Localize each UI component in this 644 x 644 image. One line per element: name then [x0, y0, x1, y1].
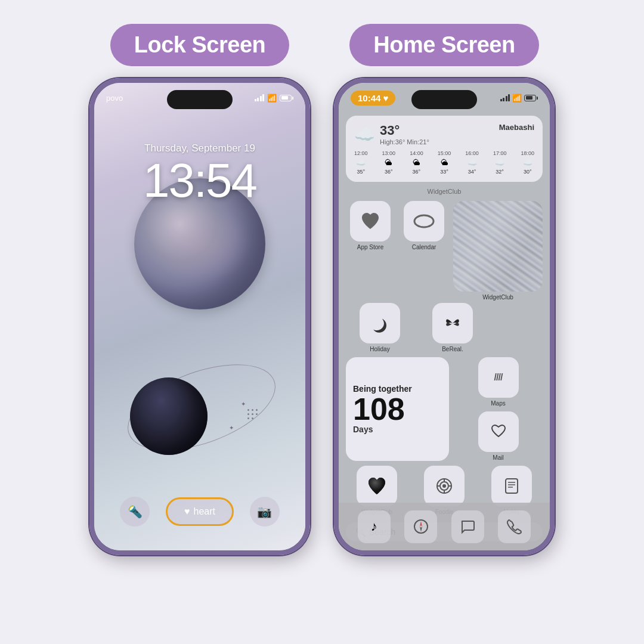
notes-icon[interactable] [491, 466, 532, 506]
dock-phone-icon[interactable] [498, 510, 531, 543]
home-battery-icon [524, 95, 538, 101]
main-container: Lock Screen povo � [0, 0, 644, 644]
calendar-wrap: Calendar [400, 201, 448, 301]
status-icons: 📶 [255, 94, 294, 103]
heart-status-icon: ♥ [383, 93, 388, 103]
compass-icon [413, 519, 429, 534]
lock-screen-label: Lock Screen [110, 24, 290, 66]
dark-heart-icon [366, 475, 388, 497]
lock-star-2: ✦ [229, 425, 234, 431]
counter-row: Being together 108 Days //// Maps [346, 357, 543, 461]
music-icon: ♪ [371, 519, 377, 534]
home-screen-inner: 10:44 ♥ 📶 [339, 83, 550, 550]
weather-cloud-icon: ☁️ [354, 125, 375, 144]
weather-hour-icon-2: 🌥 [413, 158, 420, 167]
battery-icon [280, 95, 293, 101]
lock-bottom-bar: 🔦 ♥ heart 📷 [94, 497, 305, 527]
signal-icon [255, 94, 265, 101]
home-content-area: ☁️ 33° High:36° Min:21° Maebashi [346, 116, 543, 503]
lock-planet-small [130, 377, 208, 455]
dock-messages-icon[interactable] [451, 510, 484, 543]
messages-icon [460, 519, 475, 534]
widgetclub-app-icon[interactable] [357, 466, 397, 506]
weather-hour-icon-6: ☁️ [523, 158, 532, 167]
camera-button[interactable]: 📷 [250, 497, 280, 527]
flashlight-icon: 🔦 [128, 504, 143, 519]
weather-hour-temp-2: 36° [413, 169, 421, 175]
lock-screen-background: povo 📶 [94, 83, 305, 550]
home-screen-phone: 10:44 ♥ 📶 [334, 78, 555, 555]
bereal-icon[interactable] [432, 303, 473, 343]
weather-hour-temp-3: 33° [440, 169, 448, 175]
weather-widget[interactable]: ☁️ 33° High:36° Min:21° Maebashi [346, 116, 543, 182]
carrier-text: povo [106, 94, 123, 103]
svg-point-0 [414, 215, 434, 227]
counter-number: 108 [353, 394, 405, 425]
heart-icon: ♥ [184, 506, 190, 517]
widgetclub-label: WidgetClub [346, 188, 543, 195]
home-screen-section: Home Screen 10:44 ♥ [334, 24, 555, 555]
svg-rect-8 [506, 479, 518, 493]
foodie-icon[interactable] [424, 466, 465, 506]
bereal-wrap: BeReal. [419, 303, 487, 352]
lock-screen-phone: povo 📶 [89, 78, 310, 555]
butterfly-icon [442, 312, 463, 334]
home-dock: ♪ [339, 503, 550, 550]
weather-hour-time-0: 12:00 [354, 150, 368, 156]
home-dynamic-island [411, 90, 477, 109]
weather-hour-time-2: 14:00 [410, 150, 423, 156]
holiday-wrap: Holiday [346, 303, 414, 352]
weather-top: ☁️ 33° High:36° Min:21° Maebashi [354, 123, 534, 145]
mail-icon[interactable] [478, 411, 519, 452]
dock-music-icon[interactable]: ♪ [358, 510, 391, 543]
weather-hourly: 12:00 ☁️ 35° 13:00 🌥 36° [354, 150, 534, 175]
heart-label: heart [194, 506, 215, 517]
app-row-2: Holiday [346, 303, 543, 352]
weather-hour-time-5: 17:00 [493, 150, 507, 156]
counter-widget[interactable]: Being together 108 Days [346, 357, 449, 461]
weather-hour-temp-4: 34° [468, 169, 476, 175]
mail-label: Mail [493, 454, 503, 461]
home-time: 10:44 [358, 93, 380, 103]
widgetclub-large-widget[interactable] [453, 201, 543, 292]
maps-icon[interactable]: //// [478, 357, 519, 398]
maps-label: Maps [491, 400, 505, 407]
home-status-icons: 📶 [500, 94, 538, 103]
dock-compass-icon[interactable] [404, 510, 437, 543]
svg-marker-14 [420, 527, 422, 532]
weather-hour-icon-0: ☁️ [356, 158, 366, 167]
app-store-wrap: App Store [346, 201, 395, 301]
phone-icon [507, 519, 522, 534]
home-wifi-icon: 📶 [512, 94, 522, 103]
wifi-icon: 📶 [267, 94, 277, 103]
lock-screen-section: Lock Screen povo � [89, 24, 310, 555]
camera-lens-icon [435, 476, 454, 496]
moon-crescent-icon [369, 312, 391, 335]
notes-doc-icon [502, 476, 521, 496]
marble-texture [453, 201, 543, 292]
weather-hour-1: 13:00 🌥 36° [382, 150, 396, 175]
weather-hour-temp-6: 30° [524, 169, 532, 175]
svg-marker-13 [420, 521, 422, 527]
weather-hour-0: 12:00 ☁️ 35° [354, 150, 368, 175]
lock-star-1: ✦ [241, 401, 246, 407]
weather-left: ☁️ 33° High:36° Min:21° [354, 123, 429, 145]
lock-screen-inner: povo 📶 [94, 83, 305, 550]
app-store-icon[interactable] [350, 201, 391, 242]
weather-hour-time-1: 13:00 [382, 150, 396, 156]
weather-hour-time-3: 15:00 [438, 150, 451, 156]
app-row-1: App Store Calendar [346, 201, 543, 301]
weather-hour-temp-5: 32° [496, 169, 504, 175]
mail-wrap: Mail [454, 411, 543, 461]
mail-heart-icon [488, 423, 509, 440]
heart-shape-icon [359, 210, 382, 233]
heart-button[interactable]: ♥ heart [166, 497, 234, 526]
lock-time: 13:54 [94, 153, 305, 208]
weather-hour-icon-5: ☁️ [495, 158, 504, 167]
widgetclub-large-label: WidgetClub [482, 294, 513, 301]
holiday-icon[interactable] [360, 303, 400, 343]
calendar-icon[interactable] [404, 201, 444, 242]
weather-hour-3: 15:00 🌥 33° [438, 150, 451, 175]
flashlight-button[interactable]: 🔦 [120, 497, 150, 527]
calendar-label: Calendar [412, 244, 436, 250]
